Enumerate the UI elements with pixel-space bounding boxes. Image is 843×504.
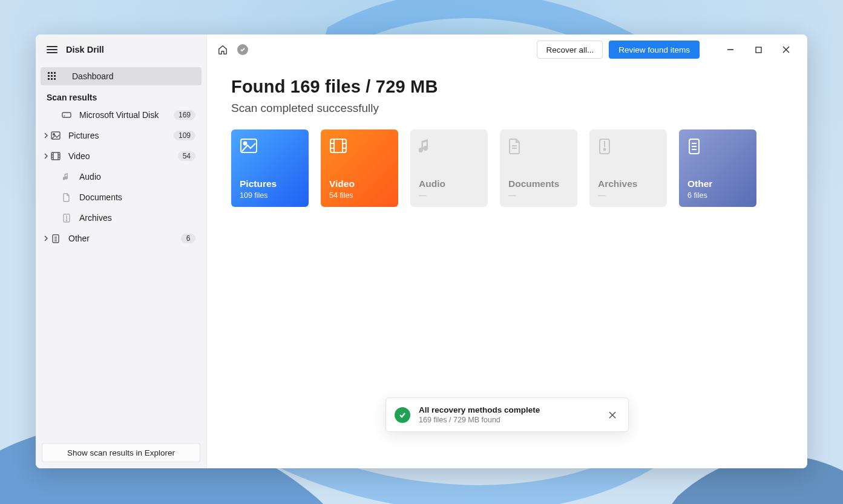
- sidebar-item-badge: 169: [174, 110, 195, 120]
- tile-label: Audio: [419, 178, 479, 189]
- svg-rect-3: [48, 75, 50, 77]
- hamburger-icon[interactable]: [47, 44, 57, 55]
- svg-rect-6: [48, 78, 50, 80]
- document-icon: [61, 193, 72, 202]
- tile-label: Archives: [598, 178, 658, 189]
- film-icon: [50, 152, 61, 160]
- tile-sub: —: [508, 191, 569, 200]
- sidebar-item-badge: 6: [181, 234, 195, 243]
- window-close-button[interactable]: [772, 38, 800, 62]
- document-icon: [508, 138, 569, 157]
- sidebar-item-label: Archives: [79, 213, 195, 223]
- svg-point-12: [53, 134, 55, 136]
- toast-sub: 169 files / 729 MB found: [419, 416, 597, 424]
- status-check-icon: [237, 44, 248, 55]
- sidebar-item-label: Microsoft Virtual Disk: [79, 110, 174, 120]
- svg-rect-33: [330, 139, 346, 152]
- window-maximize-button[interactable]: [744, 38, 772, 62]
- svg-rect-13: [51, 152, 60, 160]
- svg-rect-0: [48, 72, 50, 74]
- sidebar-item-archives[interactable]: Archives: [36, 208, 206, 228]
- tile-sub: 6 files: [687, 191, 748, 200]
- svg-point-44: [604, 149, 606, 151]
- toast-close-button[interactable]: [605, 408, 620, 422]
- grid-icon: [47, 72, 57, 80]
- tile-other[interactable]: Other 6 files: [679, 129, 756, 207]
- toast-title: All recovery methods complete: [419, 405, 597, 414]
- svg-rect-1: [51, 72, 53, 74]
- chevron-right-icon: [42, 133, 50, 139]
- svg-rect-9: [62, 113, 71, 117]
- app-window: Disk Drill Dashboard Scan results Micros…: [36, 34, 807, 468]
- found-subheading: Scan completed successfully: [231, 102, 783, 115]
- disk-icon: [61, 111, 72, 119]
- tile-video[interactable]: Video 54 files: [321, 129, 398, 207]
- svg-point-32: [244, 142, 247, 145]
- sidebar-item-pictures[interactable]: Pictures 109: [36, 125, 206, 146]
- home-button[interactable]: [214, 41, 231, 58]
- app-title: Disk Drill: [66, 45, 104, 54]
- svg-rect-28: [756, 47, 761, 53]
- show-in-explorer-button[interactable]: Show scan results in Explorer: [42, 443, 200, 462]
- tile-label: Pictures: [240, 178, 300, 189]
- completion-toast: All recovery methods complete 169 files …: [385, 398, 629, 432]
- sidebar-section-label: Scan results: [36, 89, 206, 105]
- category-tiles: Pictures 109 files Video 54 files Au: [231, 129, 783, 207]
- sidebar-item-label: Documents: [79, 192, 195, 202]
- tile-sub: 54 files: [329, 191, 390, 200]
- other-file-icon: [50, 234, 61, 243]
- svg-point-22: [66, 220, 67, 221]
- svg-rect-8: [54, 78, 56, 80]
- svg-rect-7: [51, 78, 53, 80]
- chevron-right-icon: [42, 153, 50, 159]
- other-file-icon: [687, 138, 748, 157]
- sidebar-item-video[interactable]: Video 54: [36, 146, 206, 166]
- sidebar-item-documents[interactable]: Documents: [36, 187, 206, 208]
- tile-sub: —: [598, 191, 658, 200]
- music-note-icon: [61, 172, 72, 181]
- sidebar-item-disk[interactable]: Microsoft Virtual Disk 169: [36, 105, 206, 125]
- svg-rect-2: [54, 72, 56, 74]
- window-minimize-button[interactable]: [717, 38, 744, 62]
- image-icon: [240, 138, 300, 157]
- image-icon: [50, 131, 61, 140]
- tile-documents[interactable]: Documents —: [500, 129, 577, 207]
- main-area: Recover all... Review found items Found …: [207, 34, 807, 468]
- found-heading: Found 169 files / 729 MB: [231, 77, 783, 97]
- recover-all-button[interactable]: Recover all...: [537, 41, 603, 59]
- svg-rect-5: [54, 75, 56, 77]
- tile-archives[interactable]: Archives —: [589, 129, 667, 207]
- sidebar-item-audio[interactable]: Audio: [36, 166, 206, 187]
- tile-sub: —: [419, 191, 479, 200]
- music-note-icon: [419, 138, 479, 157]
- sidebar-item-label: Other: [68, 234, 181, 243]
- tile-label: Video: [329, 178, 390, 189]
- dashboard-label: Dashboard: [72, 71, 114, 81]
- archive-icon: [598, 138, 658, 157]
- film-icon: [329, 138, 390, 157]
- svg-rect-4: [51, 75, 53, 77]
- tile-pictures[interactable]: Pictures 109 files: [231, 129, 309, 207]
- sidebar-item-label: Video: [68, 151, 178, 161]
- tile-label: Other: [687, 178, 748, 189]
- tile-audio[interactable]: Audio —: [410, 129, 488, 207]
- sidebar-item-badge: 109: [174, 131, 195, 140]
- sidebar-item-dashboard[interactable]: Dashboard: [41, 67, 202, 85]
- sidebar: Disk Drill Dashboard Scan results Micros…: [36, 34, 207, 468]
- chevron-right-icon: [42, 235, 50, 241]
- archive-icon: [61, 214, 72, 223]
- sidebar-item-badge: 54: [178, 151, 195, 161]
- success-check-icon: [395, 407, 410, 423]
- sidebar-item-other[interactable]: Other 6: [36, 228, 206, 249]
- sidebar-item-label: Pictures: [68, 131, 174, 140]
- top-bar: Recover all... Review found items: [207, 34, 807, 65]
- review-found-items-button[interactable]: Review found items: [609, 41, 700, 59]
- tile-sub: 109 files: [240, 191, 300, 200]
- tile-label: Documents: [508, 178, 569, 189]
- sidebar-item-label: Audio: [79, 172, 195, 182]
